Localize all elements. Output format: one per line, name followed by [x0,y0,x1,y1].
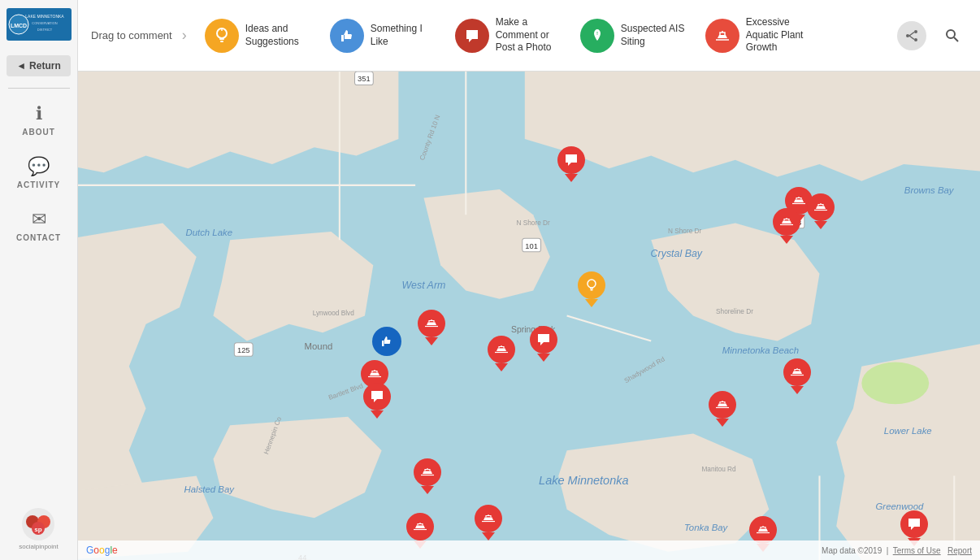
svg-rect-33 [355,72,374,85]
activity-icon: 💬 [28,156,50,177]
ais-label: Suspected AIS Siting [621,23,686,48]
contact-icon: ✉ [32,209,46,230]
marker-speech-2[interactable] [530,326,557,362]
logo-image: LMCD LAKE MINNETONKA CONSERVATION DISTRI… [7,8,72,41]
svg-line-30 [567,316,652,341]
svg-text:Browns Bay: Browns Bay [904,185,955,195]
map-footer: Map data ©2019 | Terms of Use Report [822,546,972,555]
marker-boat-ll2[interactable] [475,505,502,540]
svg-text:Shadywood Rd: Shadywood Rd [623,355,666,384]
svg-text:!: ! [596,31,598,36]
svg-text:Shoreline Dr: Shoreline Dr [716,308,753,315]
main-content: Drag to comment › Ideas and Suggestions [78,0,980,560]
svg-line-21 [909,32,914,36]
svg-point-19 [914,38,917,41]
logo-area: LMCD LAKE MINNETONKA CONSERVATION DISTRI… [2,8,76,41]
svg-text:Lower Lake: Lower Lake [884,426,932,436]
share-button[interactable] [897,21,926,50]
marker-boat-cr[interactable] [709,391,736,427]
ais-icon: ! [580,19,614,53]
svg-text:LMCD: LMCD [10,23,26,28]
svg-line-22 [909,36,914,40]
aquatic-icon [705,19,739,53]
svg-point-23 [947,30,955,38]
aquatic-label: Excessive Aquatic Plant Growth [746,16,811,54]
marker-speech-1[interactable] [557,146,585,182]
google-logo: Google [86,545,118,556]
info-icon: ℹ [36,103,42,124]
terms-link[interactable]: Terms of Use [893,546,941,555]
svg-text:Dutch Lake: Dutch Lake [185,228,232,237]
marker-ideas-1[interactable] [578,271,605,307]
marker-speech-3[interactable] [363,383,391,419]
map-area[interactable]: 351 101 148 125 44 101 Dutch Lake West A… [78,72,980,560]
svg-text:Hennepin Co: Hennepin Co [262,415,283,455]
svg-point-71 [588,280,596,288]
svg-text:LAKE MINNETONKA: LAKE MINNETONKA [25,14,64,19]
svg-text:101: 101 [525,242,538,250]
svg-text:N Shore Dr: N Shore Dr [668,228,702,235]
svg-text:West Arm: West Arm [402,280,446,291]
socialpinpoint-logo: sp socialpinpoint [19,507,58,550]
svg-text:Minnetonka Beach: Minnetonka Beach [722,345,799,355]
thumbsup-icon [330,19,364,53]
drag-label: Drag to comment [91,29,172,41]
svg-text:351: 351 [358,75,371,83]
marker-boat-ll1[interactable] [414,458,441,494]
toolbar-item-ideas[interactable]: Ideas and Suggestions [205,19,310,53]
svg-rect-72 [590,288,593,289]
activity-label: ACTIVITY [17,180,61,189]
svg-text:sp: sp [35,526,42,533]
svg-rect-12 [219,38,224,40]
marker-boat-1[interactable] [418,310,445,345]
toolbar-item-ais[interactable]: ! Suspected AIS Siting [580,19,686,53]
share-icon [905,29,918,42]
marker-boat-2[interactable] [488,336,515,371]
marker-boat-tr3[interactable] [773,208,800,244]
search-icon [945,28,960,43]
comment-icon [455,19,489,53]
map-data-label: Map data ©2019 [822,546,882,555]
svg-text:Crystal Bay: Crystal Bay [651,248,703,259]
something-label: Something I Like [371,23,436,48]
svg-text:CONSERVATION: CONSERVATION [32,21,57,25]
sidebar-item-activity[interactable]: 💬 ACTIVITY [2,146,76,199]
about-label: ABOUT [22,128,55,137]
svg-text:Bartlett Blvd: Bartlett Blvd [327,382,364,402]
svg-text:Halsted Bay: Halsted Bay [184,484,236,494]
marker-boat-tr2[interactable] [807,193,835,229]
search-button[interactable] [938,21,967,50]
svg-text:Tonka Bay: Tonka Bay [684,523,729,532]
marker-boat-rc[interactable] [783,358,811,394]
toolbar-item-aquatic[interactable]: Excessive Aquatic Plant Growth [705,16,811,54]
svg-point-26 [861,362,929,404]
sidebar-item-about[interactable]: ℹ ABOUT [2,93,76,146]
svg-rect-73 [591,289,593,291]
svg-line-24 [954,37,958,41]
svg-rect-35 [523,238,541,252]
svg-rect-39 [234,343,253,357]
sidebar: LMCD LAKE MINNETONKA CONSERVATION DISTRI… [0,0,78,560]
svg-text:DISTRICT: DISTRICT [37,28,52,32]
ideas-label: Ideas and Suggestions [245,23,310,48]
svg-point-18 [914,30,917,33]
svg-text:N Shore Dr: N Shore Dr [516,219,550,227]
marker-thumbsup-1[interactable] [372,327,401,356]
svg-rect-25 [78,72,980,560]
return-arrow-icon: ◄ [16,60,26,72]
svg-text:Lake Minnetonka: Lake Minnetonka [539,474,628,487]
contact-label: CONTACT [16,233,61,242]
report-link[interactable]: Report [947,546,972,555]
toolbar: Drag to comment › Ideas and Suggestions [78,0,980,72]
toolbar-item-something[interactable]: Something I Like [330,19,436,53]
svg-text:County Rd 10 N: County Rd 10 N [418,114,442,161]
sidebar-item-contact[interactable]: ✉ CONTACT [2,199,76,252]
sp-logo-text: socialpinpoint [19,543,58,550]
svg-text:Lynwood Blvd: Lynwood Blvd [313,310,355,317]
return-button[interactable]: ◄ Return [7,55,71,76]
toolbar-arrow-icon: › [182,27,187,44]
ideas-icon [205,19,239,53]
svg-text:Mound: Mound [305,341,333,351]
toolbar-item-comment[interactable]: Make a Comment or Post a Photo [455,16,561,54]
svg-rect-13 [220,41,223,42]
